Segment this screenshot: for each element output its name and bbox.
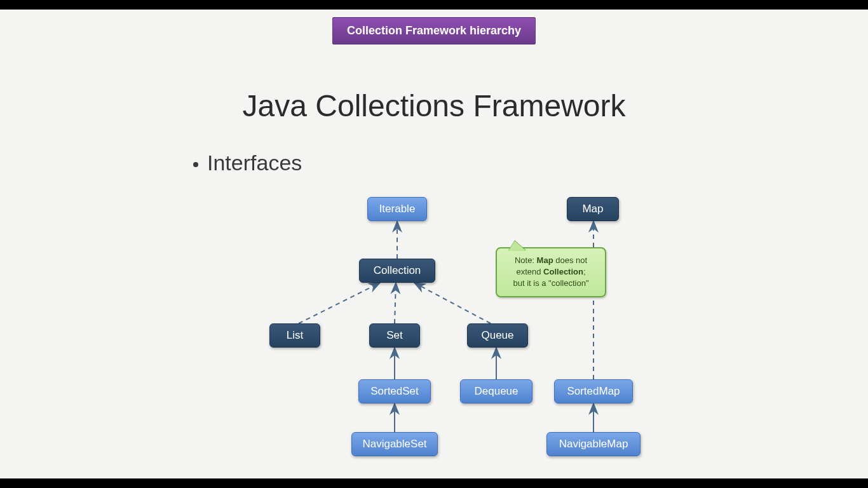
node-iterable: Iterable	[367, 197, 427, 221]
node-collection: Collection	[359, 259, 435, 283]
diagram-arrows	[0, 10, 868, 478]
callout-line: but it is a "collection"	[505, 278, 597, 289]
arrow-list-to-collection	[299, 283, 380, 323]
node-set: Set	[369, 323, 420, 348]
node-navigableset: NavigableSet	[351, 432, 438, 456]
callout-tail-icon	[508, 241, 526, 251]
node-sortedset: SortedSet	[358, 379, 431, 403]
node-navigablemap: NavigableMap	[546, 432, 641, 456]
node-queue: Queue	[467, 323, 528, 348]
arrow-queue-to-collection	[414, 283, 491, 323]
node-dequeue: Dequeue	[460, 379, 532, 403]
map-note-callout: Note: Map does notextend Collection;but …	[496, 247, 606, 297]
slide: Collection Framework hierarchy Java Coll…	[0, 10, 868, 478]
callout-line: Note: Map does not	[505, 255, 597, 266]
diagram: IterableMapCollectionListSetQueueSortedS…	[0, 10, 868, 478]
header-badge: Collection Framework hierarchy	[332, 17, 536, 44]
node-sortedmap: SortedMap	[554, 379, 633, 403]
node-map: Map	[567, 197, 619, 221]
callout-line: extend Collection;	[505, 266, 597, 278]
arrow-set-to-collection	[395, 283, 396, 323]
node-list: List	[269, 323, 320, 348]
